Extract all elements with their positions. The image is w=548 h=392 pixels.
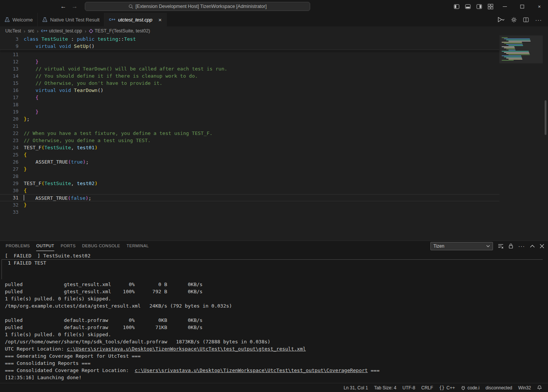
code-line-31[interactable]: 31 ASSERT_TRUE(false); [0, 194, 499, 201]
breadcrumb-folder[interactable]: src [28, 28, 34, 34]
status-bar: Ln 31, Col 1 Tab Size: 4 UTF-8 CRLF {} C… [0, 383, 548, 392]
panel-tab-problems[interactable]: PROBLEMS [6, 241, 30, 251]
gear-icon[interactable] [511, 17, 517, 23]
code-line-17[interactable]: 17 { [0, 94, 499, 101]
panel-tab-terminal[interactable]: TERMINAL [127, 241, 149, 251]
forward-icon[interactable]: → [72, 3, 78, 10]
line-content: ASSERT_TRUE(true); [24, 158, 89, 165]
code-line-9[interactable]: 9 virtual void SetUp() [0, 43, 499, 50]
output-channel-select[interactable]: Tizen [430, 242, 493, 250]
line-content: // When you have a test fixture, you def… [24, 130, 213, 137]
toggle-secondary-sidebar-icon[interactable] [473, 0, 485, 13]
title-bar: ← → [Extension Development Host] TizenWo… [0, 0, 548, 13]
lock-icon[interactable] [508, 243, 513, 249]
output-link[interactable]: c:\Users\srivastava.u\Desktop\TizenWorks… [135, 368, 367, 373]
line-number: 27 [0, 165, 24, 173]
minimap[interactable] [499, 35, 543, 240]
code-line-15[interactable]: 15 // Otherwise, you don't have to provi… [0, 80, 499, 87]
line-content: // You should define it if there is clea… [24, 72, 198, 80]
code-line-16[interactable]: 16 virtual void TearDown() [0, 87, 499, 94]
line-content: // Otherwise, you define a test using TE… [24, 137, 151, 144]
line-number: 21 [0, 122, 24, 130]
maximize-panel-icon[interactable] [530, 245, 535, 248]
chevron-down-icon [486, 245, 490, 247]
tab-welcome[interactable]: Welcome [0, 13, 38, 26]
toggle-panel-icon[interactable] [462, 0, 473, 13]
code-line-30[interactable]: 30{ [0, 187, 499, 194]
code-line-33[interactable]: 33 [0, 208, 499, 216]
code-line-32[interactable]: 32} [0, 201, 499, 208]
line-number: 31 [0, 194, 24, 201]
more-actions-icon[interactable]: ··· [535, 17, 542, 23]
close-panel-icon[interactable] [540, 244, 544, 248]
command-center[interactable]: [Extension Development Host] TizenWorksp… [85, 2, 310, 11]
clear-output-icon[interactable] [498, 243, 504, 249]
close-tab-icon[interactable]: × [158, 17, 162, 23]
line-number: 22 [0, 130, 24, 137]
line-number: 26 [0, 158, 24, 165]
panel-tab-output[interactable]: OUTPUT [36, 241, 54, 251]
code-line-14[interactable]: 14 // You should define it if there is c… [0, 72, 499, 80]
tab-native-unit-test-result[interactable]: Native Unit Test Result [38, 13, 104, 26]
code-line-21[interactable]: 21 [0, 122, 499, 130]
eol-sequence[interactable]: CRLF [418, 383, 436, 392]
breadcrumb-project[interactable]: UtcTest [5, 28, 21, 34]
code-line-24[interactable]: 24TEST_F(TestSuite, test01) [0, 144, 499, 151]
output-line: /tmp/org.example.utctest/data/gtest_resu… [5, 302, 548, 309]
close-window-button[interactable]: × [531, 0, 548, 13]
output-line [5, 266, 548, 274]
code-line-3[interactable]: 3class TestSuite : public testing::Test [0, 35, 499, 43]
line-number: 18 [0, 101, 24, 108]
code-line-29[interactable]: 29TEST_F(TestSuite, test02) [0, 180, 499, 187]
output-line [5, 309, 548, 317]
connection-status[interactable]: disconnected [482, 383, 515, 392]
panel-tab-ports[interactable]: PORTS [61, 241, 76, 251]
code-line-19[interactable]: 19 } [0, 108, 499, 115]
cpp-file-icon: C++ [109, 18, 115, 21]
back-icon[interactable]: ← [60, 3, 66, 10]
bottom-panel: PROBLEMS OUTPUT PORTS DEBUG CONSOLE TERM… [0, 240, 548, 383]
device-status[interactable]: code.i [458, 383, 482, 392]
line-content: { [24, 187, 27, 194]
code-line-26[interactable]: 26 ASSERT_TRUE(true); [0, 158, 499, 165]
editor-scrollbar[interactable] [545, 100, 546, 135]
code-line-13[interactable]: 13 // virtual void TearDown() will be ca… [0, 65, 499, 72]
line-content: TEST_F(TestSuite, test02) [24, 180, 98, 187]
indentation[interactable]: Tab Size: 4 [371, 383, 399, 392]
platform-status[interactable]: Win32 [515, 383, 534, 392]
minimize-button[interactable] [496, 0, 513, 13]
code-line-18[interactable]: 18 [0, 101, 499, 108]
line-number: 30 [0, 187, 24, 194]
cursor-position[interactable]: Ln 31, Col 1 [341, 383, 371, 392]
code-line-25[interactable]: 25{ [0, 151, 499, 158]
panel-more-actions-icon[interactable]: ··· [518, 243, 525, 249]
customize-layout-icon[interactable] [485, 0, 496, 13]
code-line-22[interactable]: 22// When you have a test fixture, you d… [0, 130, 499, 137]
line-number: 17 [0, 94, 24, 101]
breadcrumb-file[interactable]: C++ utctest_test.cpp [41, 28, 82, 34]
line-content: virtual void SetUp() [24, 43, 95, 50]
panel-tab-debug-console[interactable]: DEBUG CONSOLE [82, 241, 120, 251]
output-line: pulled default.profraw 100% 71KB 0KB/s [5, 324, 548, 331]
output-line: [ FAILED ] TestSuite.test02 [5, 252, 548, 259]
toggle-primary-sidebar-icon[interactable] [451, 0, 462, 13]
breadcrumb-symbol[interactable]: TEST_F(TestSuite, test02) [89, 28, 150, 34]
code-line-27[interactable]: 27} [0, 165, 499, 173]
language-mode[interactable]: {} C++ [436, 383, 458, 392]
encoding[interactable]: UTF-8 [400, 383, 418, 392]
run-or-debug-icon[interactable] [497, 17, 505, 23]
code-line-11[interactable]: 11 [0, 51, 499, 58]
code-line-28[interactable]: 28 [0, 173, 499, 180]
notifications-bell-icon[interactable] [534, 383, 545, 392]
code-line-12[interactable]: 12 } [0, 58, 499, 65]
output-line: === Consolidated Coverage Report Locatio… [5, 367, 548, 374]
line-content: // virtual void TearDown() will be calle… [24, 65, 227, 72]
line-number: 16 [0, 87, 24, 94]
maximize-button[interactable] [513, 0, 531, 13]
code-line-20[interactable]: 20}; [0, 115, 499, 122]
split-editor-icon[interactable] [523, 17, 529, 23]
output-link[interactable]: c:\Users\srivastava.u\Desktop\TizenWorks… [67, 346, 306, 352]
output-content[interactable]: [ FAILED ] TestSuite.test02 1 FAILED TES… [0, 251, 548, 383]
tab-utctest-test-cpp[interactable]: C++ utctest_test.cpp × [104, 13, 167, 26]
code-line-23[interactable]: 23// Otherwise, you define a test using … [0, 137, 499, 144]
